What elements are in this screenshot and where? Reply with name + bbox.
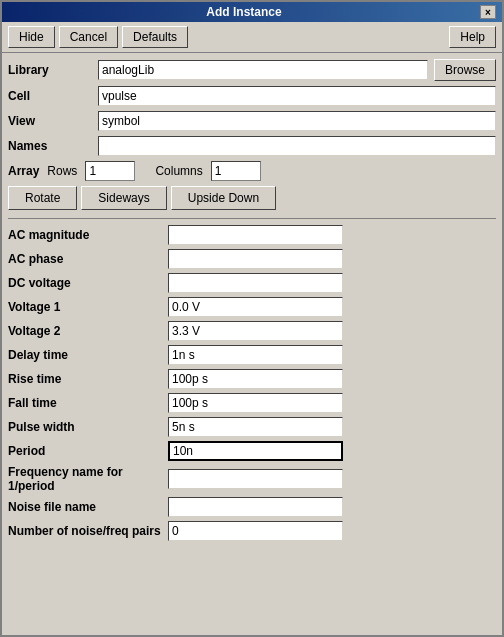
- view-row: View: [8, 111, 496, 131]
- param-input-noise-file[interactable]: [168, 497, 343, 517]
- divider: [8, 218, 496, 219]
- add-instance-window: Add Instance × Hide Cancel Defaults Help…: [0, 0, 504, 637]
- param-label-period: Period: [8, 444, 168, 458]
- param-row-pulse-width: Pulse width: [8, 417, 496, 437]
- names-row: Names: [8, 136, 496, 156]
- param-label-ac-phase: AC phase: [8, 252, 168, 266]
- array-label: Array: [8, 164, 39, 178]
- param-row-voltage1: Voltage 1: [8, 297, 496, 317]
- param-label-dc-voltage: DC voltage: [8, 276, 168, 290]
- param-row-noise-pairs: Number of noise/freq pairs: [8, 521, 496, 541]
- param-row-ac-phase: AC phase: [8, 249, 496, 269]
- columns-input[interactable]: [211, 161, 261, 181]
- param-label-delay-time: Delay time: [8, 348, 168, 362]
- param-row-noise-file: Noise file name: [8, 497, 496, 517]
- library-input[interactable]: [98, 60, 428, 80]
- help-button[interactable]: Help: [449, 26, 496, 48]
- rows-label: Rows: [47, 164, 77, 178]
- param-input-voltage1[interactable]: [168, 297, 343, 317]
- param-input-delay-time[interactable]: [168, 345, 343, 365]
- param-input-period[interactable]: [168, 441, 343, 461]
- param-label-voltage1: Voltage 1: [8, 300, 168, 314]
- param-label-voltage2: Voltage 2: [8, 324, 168, 338]
- param-row-freq-name: Frequency name for 1/period: [8, 465, 496, 493]
- cancel-button[interactable]: Cancel: [59, 26, 118, 48]
- param-label-noise-file: Noise file name: [8, 500, 168, 514]
- hide-button[interactable]: Hide: [8, 26, 55, 48]
- param-input-fall-time[interactable]: [168, 393, 343, 413]
- rows-input[interactable]: [85, 161, 135, 181]
- names-input[interactable]: [98, 136, 496, 156]
- param-row-delay-time: Delay time: [8, 345, 496, 365]
- param-input-dc-voltage[interactable]: [168, 273, 343, 293]
- orientation-row: Rotate Sideways Upside Down: [8, 186, 496, 210]
- sideways-button[interactable]: Sideways: [81, 186, 166, 210]
- param-row-fall-time: Fall time: [8, 393, 496, 413]
- cell-label: Cell: [8, 89, 98, 103]
- defaults-button[interactable]: Defaults: [122, 26, 188, 48]
- content-area: Library Browse Cell View Names Array Row…: [2, 53, 502, 635]
- cell-row: Cell: [8, 86, 496, 106]
- library-row: Library Browse: [8, 59, 496, 81]
- param-label-ac-magnitude: AC magnitude: [8, 228, 168, 242]
- param-row-rise-time: Rise time: [8, 369, 496, 389]
- param-input-ac-magnitude[interactable]: [168, 225, 343, 245]
- param-row-ac-magnitude: AC magnitude: [8, 225, 496, 245]
- array-row: Array Rows Columns: [8, 161, 496, 181]
- rotate-button[interactable]: Rotate: [8, 186, 77, 210]
- param-input-noise-pairs[interactable]: [168, 521, 343, 541]
- param-input-freq-name[interactable]: [168, 469, 343, 489]
- cell-input[interactable]: [98, 86, 496, 106]
- close-button[interactable]: ×: [480, 5, 496, 19]
- library-label: Library: [8, 63, 98, 77]
- param-row-period: Period: [8, 441, 496, 461]
- param-label-rise-time: Rise time: [8, 372, 168, 386]
- window-title: Add Instance: [8, 5, 480, 19]
- param-row-voltage2: Voltage 2: [8, 321, 496, 341]
- names-label: Names: [8, 139, 98, 153]
- view-input[interactable]: [98, 111, 496, 131]
- param-row-dc-voltage: DC voltage: [8, 273, 496, 293]
- toolbar-left: Hide Cancel Defaults: [8, 26, 188, 48]
- param-input-rise-time[interactable]: [168, 369, 343, 389]
- param-label-fall-time: Fall time: [8, 396, 168, 410]
- view-label: View: [8, 114, 98, 128]
- columns-label: Columns: [155, 164, 202, 178]
- param-input-pulse-width[interactable]: [168, 417, 343, 437]
- param-input-ac-phase[interactable]: [168, 249, 343, 269]
- upside-down-button[interactable]: Upside Down: [171, 186, 276, 210]
- param-label-pulse-width: Pulse width: [8, 420, 168, 434]
- param-label-freq-name: Frequency name for 1/period: [8, 465, 168, 493]
- toolbar: Hide Cancel Defaults Help: [2, 22, 502, 53]
- params-container: AC magnitudeAC phaseDC voltageVoltage 1V…: [8, 225, 496, 541]
- param-label-noise-pairs: Number of noise/freq pairs: [8, 524, 168, 538]
- param-input-voltage2[interactable]: [168, 321, 343, 341]
- title-bar: Add Instance ×: [2, 2, 502, 22]
- browse-button[interactable]: Browse: [434, 59, 496, 81]
